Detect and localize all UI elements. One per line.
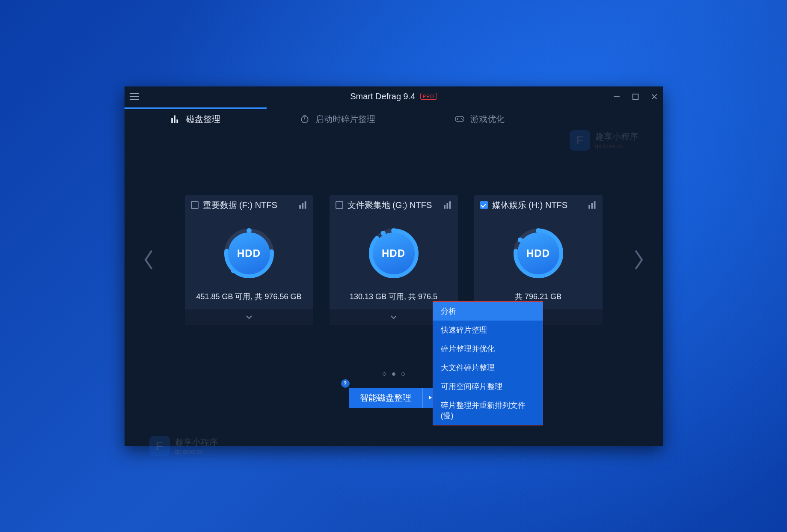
watermark-logo: F [570, 130, 590, 151]
svg-rect-29 [591, 203, 593, 209]
app-title-text: Smart Defrag 9.4 [350, 92, 415, 101]
titlebar: Smart Defrag 9.4 PRO [125, 86, 663, 107]
pro-badge: PRO [420, 93, 437, 100]
tab-disk-defrag[interactable]: 磁盘整理 [125, 107, 267, 131]
svg-rect-6 [176, 119, 178, 123]
svg-marker-35 [429, 396, 432, 399]
page-dot[interactable] [401, 372, 405, 376]
disk-circle: HDD [224, 228, 274, 279]
menu-item-fast-defrag[interactable]: 快速碎片整理 [433, 321, 543, 339]
next-arrow[interactable] [628, 246, 649, 273]
defrag-menu: 分析 快速碎片整理 碎片整理并优化 大文件碎片整理 可用空间碎片整理 碎片整理并… [433, 301, 543, 425]
disk-type: HDD [228, 232, 270, 274]
maximize-button[interactable] [632, 93, 639, 100]
help-icon[interactable]: ? [341, 379, 350, 388]
close-button[interactable] [651, 93, 658, 100]
disk-carousel: 重要数据 (F:) NTFS HDD [125, 195, 663, 325]
disk-circle: HDD [368, 228, 419, 279]
minimize-button[interactable] [613, 93, 620, 100]
disk-type: HDD [373, 232, 415, 274]
disk-usage: 451.85 GB 可用, 共 976.56 GB [185, 291, 313, 308]
smart-defrag-button[interactable]: 智能磁盘整理 [349, 388, 422, 408]
disk-name: 重要数据 (F:) NTFS [203, 199, 294, 211]
watermark-brand: 趣享小程序 [175, 437, 218, 448]
svg-rect-15 [302, 203, 303, 209]
disk-name: 文件聚集地 (G:) NTFS [347, 199, 439, 211]
menu-item-analyze[interactable]: 分析 [433, 302, 543, 321]
watermark: F 趣享小程序 qx.oovc.cc [570, 130, 638, 151]
svg-point-12 [461, 118, 462, 119]
watermark-url: qx.oovc.cc [595, 143, 638, 149]
svg-rect-5 [174, 115, 175, 123]
card-header: 媒体娱乐 (H:) NTFS [474, 195, 603, 215]
svg-rect-4 [171, 118, 173, 123]
expand-button[interactable] [185, 309, 313, 325]
watermark-brand: 趣享小程序 [595, 131, 638, 143]
page-dots [125, 372, 663, 376]
watermark-logo: F [149, 436, 170, 456]
svg-rect-30 [594, 201, 595, 209]
disk-name: 媒体娱乐 (H:) NTFS [492, 199, 584, 211]
menu-item-large-file-defrag[interactable]: 大文件碎片整理 [433, 358, 543, 377]
card-header: 文件聚集地 (G:) NTFS [330, 195, 458, 215]
gamepad-icon [455, 114, 464, 124]
disk-card-f[interactable]: 重要数据 (F:) NTFS HDD [185, 195, 313, 325]
checkbox[interactable] [191, 201, 199, 209]
tab-game-optimize[interactable]: 游戏优化 [409, 107, 551, 131]
svg-rect-23 [449, 201, 451, 209]
page-dot[interactable] [383, 372, 386, 376]
checkbox[interactable] [336, 201, 343, 209]
chart-icon[interactable] [443, 201, 452, 209]
tabs-bar: 磁盘整理 启动时碎片整理 游戏优化 [125, 107, 663, 131]
svg-rect-21 [444, 205, 445, 209]
chart-icon[interactable] [588, 201, 597, 209]
tab-label: 启动时碎片整理 [315, 113, 375, 125]
tab-label: 游戏优化 [470, 113, 505, 125]
checkbox[interactable] [480, 201, 488, 209]
prev-arrow[interactable] [139, 246, 159, 273]
primary-action: ? 智能磁盘整理 [349, 388, 439, 408]
watermark-url: qx.oovc.cc [175, 448, 218, 455]
bars-icon [171, 114, 180, 124]
content-area: F 趣享小程序 qx.oovc.cc F 趣享小程序 qx.oovc.cc F … [125, 131, 663, 446]
window-controls [613, 93, 658, 100]
svg-rect-22 [446, 203, 448, 209]
disk-circle: HDD [513, 228, 564, 279]
menu-item-defrag-reorder[interactable]: 碎片整理并重新排列文件 (慢) [433, 396, 543, 425]
watermark: F 趣享小程序 qx.oovc.cc [149, 436, 218, 456]
svg-rect-28 [588, 205, 590, 209]
disk-type: HDD [517, 232, 559, 274]
page-dot[interactable] [392, 372, 395, 376]
svg-rect-14 [299, 205, 301, 209]
svg-point-13 [462, 119, 463, 120]
tab-label: 磁盘整理 [186, 113, 220, 125]
tab-boot-defrag[interactable]: 启动时碎片整理 [267, 107, 409, 131]
svg-rect-16 [304, 201, 306, 209]
chart-icon[interactable] [299, 201, 307, 209]
menu-item-free-space-defrag[interactable]: 可用空间碎片整理 [433, 377, 543, 396]
clock-icon [300, 114, 309, 124]
menu-icon[interactable] [130, 91, 141, 102]
app-title: Smart Defrag 9.4 PRO [125, 92, 663, 101]
menu-item-defrag-optimize[interactable]: 碎片整理并优化 [433, 339, 543, 358]
app-window: Smart Defrag 9.4 PRO 磁盘整理 启 [125, 86, 663, 446]
card-header: 重要数据 (F:) NTFS [185, 195, 313, 215]
svg-rect-1 [633, 94, 638, 99]
